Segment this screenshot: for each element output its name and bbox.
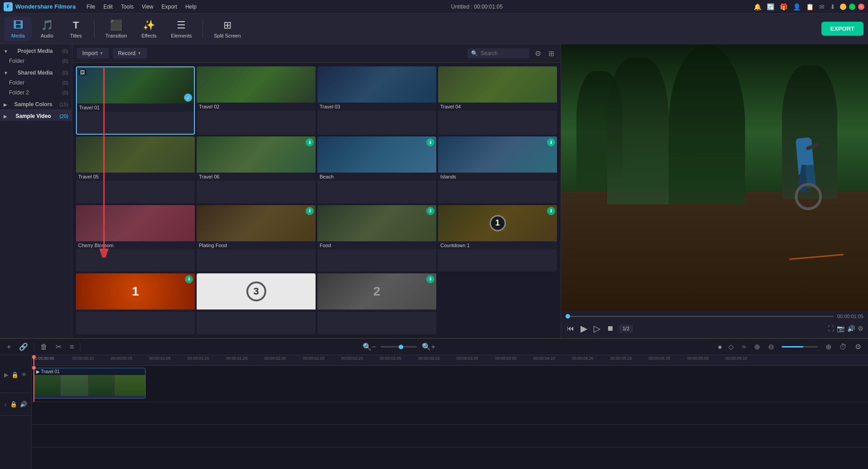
download-btn-travel06[interactable]: ⬇ [306,138,314,146]
minimize-button[interactable]: – [840,4,846,10]
audio-track-lock[interactable]: 🔒 [10,401,17,408]
download-btn-plating[interactable]: ⬇ [306,207,314,215]
left-item-shared-folder[interactable]: Folder (0) [0,78,72,88]
preview-timeline-bar[interactable]: 00:00:01:05 [566,314,863,319]
tl-link[interactable]: 🔗 [17,341,30,352]
toolbar-effects[interactable]: ✨ Effects [135,17,163,41]
media-item-countdown1[interactable]: 1 ⬇ Countdown 1 [438,205,557,272]
account-icon[interactable]: 👤 [793,3,801,10]
settings-icon[interactable]: ⚙ [858,325,863,332]
devices-icon[interactable]: 📋 [806,3,814,10]
video-track-lock[interactable]: 🔒 [11,371,19,378]
media-thumb-beach: ⬇ [317,136,436,173]
snapshot-icon[interactable]: 📷 [837,325,844,332]
toolbar-audio[interactable]: 🎵 Audio [33,17,61,41]
media-item-beach[interactable]: ⬇ Beach [317,136,436,203]
media-search-bar[interactable]: 🔍 [467,48,529,58]
toolbar-titles[interactable]: T Titles [62,17,90,41]
import-button[interactable]: Import ▼ [77,48,109,59]
video-track-add[interactable]: ▶ [4,371,9,378]
preview-progress-bar[interactable] [566,316,834,317]
mail-icon[interactable]: ✉ [819,3,825,10]
update-icon[interactable]: 🔄 [767,3,774,10]
left-item-folder[interactable]: Folder (0) [0,56,72,66]
prev-skip-back[interactable]: ⏮ [566,323,576,334]
audio-track-speaker[interactable]: 🔊 [20,401,27,408]
media-label-islands: Islands [438,173,557,181]
tl-record-icon[interactable]: ⏺ [717,344,722,350]
tl-align[interactable]: ≡ [67,342,76,352]
download-btn-food[interactable]: ⬇ [426,207,434,215]
download-btn-countdown2[interactable]: ⬇ [426,275,434,283]
section-header-project-media[interactable]: ▼ Project Media (0) [0,44,72,56]
download-btn-islands[interactable]: ⬇ [547,138,555,146]
audio-track-note[interactable]: ♪ [4,401,7,408]
menu-tools[interactable]: Tools [117,2,137,11]
media-item-travel02[interactable]: Travel 02 [197,66,316,135]
video-clip-travel01[interactable]: ▶ Travel 01 [33,368,146,399]
media-item-travel05[interactable]: Travel 05 [76,136,195,203]
export-button[interactable]: EXPORT [821,22,863,36]
gift-icon[interactable]: 🎁 [780,3,788,10]
menu-help[interactable]: Help [182,2,200,11]
tl-marker[interactable]: ◇ [726,341,736,352]
media-item-travel06[interactable]: ⬇ Travel 06 [197,136,316,203]
media-item-cherry[interactable]: Cherry Blossom [76,205,195,272]
prev-play[interactable]: ▶ [579,322,589,335]
search-input[interactable] [481,50,526,56]
prev-stop[interactable]: ⏹ [605,323,615,334]
volume-icon[interactable]: 🔊 [847,325,855,332]
tl-clock[interactable]: ⏱ [837,342,849,352]
download-btn-countdown3a[interactable]: ⬇ [185,275,193,283]
video-track-eye[interactable]: 👁 [21,371,27,378]
maximize-button[interactable]: □ [849,4,855,10]
filter-icon[interactable]: ⚙ [533,48,543,59]
tl-delete[interactable]: 🗑 [38,342,50,352]
fullscreen-icon[interactable]: ⛶ [828,325,834,332]
tl-cut[interactable]: ✂ [53,341,64,352]
menu-file[interactable]: File [83,2,99,11]
toolbar-splitscreen[interactable]: ⊞ Split Screen [208,17,247,41]
toolbar-separator-2 [203,20,203,38]
menu-edit[interactable]: Edit [100,2,117,11]
media-item-countdown2[interactable]: 2 ⬇ [317,273,436,334]
tl-zoom-in[interactable]: 🔍+ [420,341,437,352]
tl-add-track[interactable]: + [5,342,13,352]
download-icon[interactable]: ⬇ [830,3,835,10]
toolbar-elements[interactable]: ☰ Elements [165,17,198,41]
media-item-food[interactable]: ⬇ Food [317,205,436,272]
section-header-shared-media[interactable]: ▼ Shared Media (0) [0,66,72,78]
download-btn-beach[interactable]: ⬇ [426,138,434,146]
preview-ratio[interactable]: 1/2 [619,324,633,333]
shared-media-title: Shared Media [18,70,53,76]
section-header-sample-colors[interactable]: ▶ Sample Colors (15) [0,98,72,109]
media-item-travel01[interactable]: ✓ 🖼 Travel 01 [76,66,195,135]
grid-view-icon[interactable]: ⊞ [547,48,556,59]
tl-ripple[interactable]: ≈ [740,342,748,352]
toolbar-media[interactable]: 🎞 Media [5,17,32,41]
record-button[interactable]: Record ▼ [113,48,147,59]
left-item-folder2[interactable]: Folder 2 (0) [0,88,72,98]
prev-play-alt[interactable]: ▷ [592,322,602,335]
download-btn-countdown1[interactable]: ⬇ [547,207,555,215]
menu-view[interactable]: View [138,2,157,11]
notify-icon[interactable]: 🔔 [754,3,761,10]
tl-zoom-out[interactable]: 🔍− [360,341,378,352]
media-item-plating[interactable]: ⬇ Plating Food [197,205,316,272]
titlebar: F Wondershare Filmora File Edit Tools Vi… [0,0,868,14]
toolbar-transition[interactable]: ⬛ Transition [99,17,133,41]
tl-magnet[interactable]: ⊕ [752,341,762,352]
close-button[interactable]: ✕ [858,4,864,10]
menu-export[interactable]: Export [158,2,181,11]
tl-zoom-bar[interactable] [381,346,417,347]
tl-scale-bar[interactable] [782,346,818,347]
tl-plus[interactable]: ⊕ [823,341,834,352]
media-item-travel04[interactable]: Travel 04 [438,66,557,135]
media-item-countdown3a[interactable]: 1 ⬇ [76,273,195,334]
media-item-islands[interactable]: ⬇ Islands [438,136,557,203]
media-item-countdown3b[interactable]: 3 [197,273,316,334]
section-header-sample-video[interactable]: ▶ Sample Video (20) [0,109,72,121]
tl-settings[interactable]: ⚙ [853,341,863,352]
media-item-travel03[interactable]: Travel 03 [317,66,436,135]
tl-minus[interactable]: ⊖ [766,341,776,352]
